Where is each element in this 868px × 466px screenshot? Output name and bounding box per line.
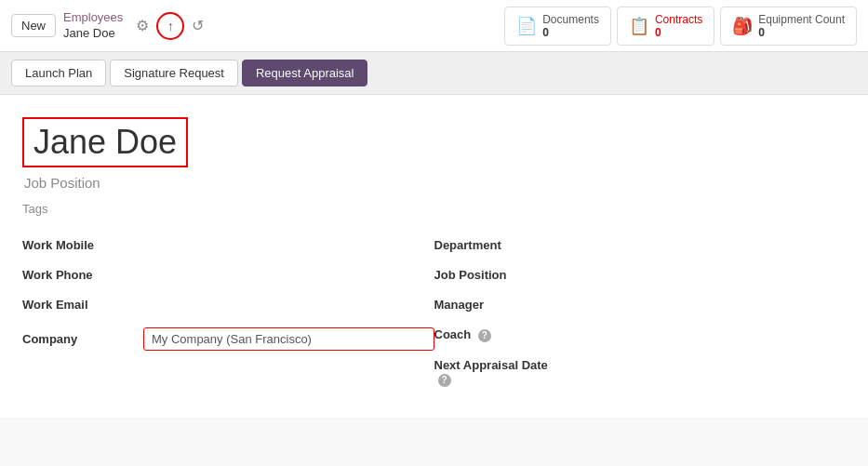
equipment-button[interactable]: 🎒 Equipment Count 0 bbox=[720, 7, 857, 46]
main-content: Jane Doe Job Position Tags Work Mobile W… bbox=[0, 95, 868, 418]
top-bar: New Employees Jane Doe ⚙ ↑ ↺ 📄 Documents… bbox=[0, 0, 868, 52]
breadcrumb-current: Jane Doe bbox=[63, 26, 123, 42]
form-grid: Work Mobile Work Phone Work Email Compan… bbox=[22, 231, 846, 395]
department-label: Department bbox=[434, 238, 555, 252]
tab-signature-request[interactable]: Signature Request bbox=[110, 60, 238, 87]
work-mobile-row: Work Mobile bbox=[22, 231, 434, 260]
breadcrumb-parent-link[interactable]: Employees bbox=[63, 10, 123, 26]
header-icons: ⚙ ↑ ↺ bbox=[134, 12, 206, 40]
company-row: Company My Company (San Francisco) bbox=[22, 320, 434, 359]
work-mobile-label: Work Mobile bbox=[22, 238, 143, 252]
equipment-label: Equipment Count bbox=[758, 13, 845, 26]
contracts-button[interactable]: 📋 Contracts 0 bbox=[617, 7, 714, 46]
documents-label: Documents bbox=[542, 13, 599, 26]
next-appraisal-label: Next Appraisal Date ? bbox=[434, 358, 555, 387]
gear-icon: ⚙ bbox=[136, 18, 149, 33]
tags-placeholder[interactable]: Tags bbox=[22, 202, 846, 216]
contracts-label: Contracts bbox=[655, 13, 702, 26]
refresh-button[interactable]: ↺ bbox=[190, 15, 206, 36]
job-position-label: Job Position bbox=[434, 268, 555, 282]
upload-icon: ↑ bbox=[167, 19, 174, 33]
stat-buttons: 📄 Documents 0 📋 Contracts 0 🎒 Equipment … bbox=[504, 7, 857, 46]
company-value[interactable]: My Company (San Francisco) bbox=[143, 327, 434, 351]
work-email-label: Work Email bbox=[22, 298, 143, 312]
breadcrumb: Employees Jane Doe bbox=[63, 10, 123, 42]
gear-icon-button[interactable]: ⚙ bbox=[134, 15, 151, 36]
equipment-icon: 🎒 bbox=[732, 16, 753, 36]
next-appraisal-help-icon[interactable]: ? bbox=[438, 374, 451, 387]
documents-button[interactable]: 📄 Documents 0 bbox=[504, 7, 611, 46]
refresh-icon: ↺ bbox=[192, 18, 204, 33]
manager-label: Manager bbox=[434, 298, 555, 312]
manager-row: Manager bbox=[434, 290, 847, 320]
coach-help-icon[interactable]: ? bbox=[478, 329, 491, 342]
work-phone-row: Work Phone bbox=[22, 260, 434, 290]
coach-row: Coach ? bbox=[434, 320, 847, 351]
employee-name-box: Jane Doe bbox=[22, 117, 188, 167]
job-position-row: Job Position bbox=[434, 260, 847, 290]
new-button[interactable]: New bbox=[11, 14, 56, 37]
documents-icon: 📄 bbox=[516, 16, 537, 36]
equipment-value: 0 bbox=[758, 26, 765, 39]
tab-request-appraisal[interactable]: Request Appraisal bbox=[242, 60, 368, 87]
tab-launch-plan[interactable]: Launch Plan bbox=[11, 60, 106, 87]
company-label: Company bbox=[22, 332, 143, 346]
job-position-placeholder[interactable]: Job Position bbox=[24, 175, 846, 191]
form-right: Department Job Position Manager Coach ? bbox=[434, 231, 847, 395]
coach-label: Coach ? bbox=[434, 327, 555, 342]
work-phone-label: Work Phone bbox=[22, 268, 143, 282]
form-left: Work Mobile Work Phone Work Email Compan… bbox=[22, 231, 434, 395]
upload-button[interactable]: ↑ bbox=[156, 12, 184, 40]
contracts-icon: 📋 bbox=[629, 16, 649, 36]
department-row: Department bbox=[434, 231, 847, 260]
contracts-value: 0 bbox=[655, 26, 661, 39]
next-appraisal-row: Next Appraisal Date ? bbox=[434, 351, 847, 395]
work-email-row: Work Email bbox=[22, 290, 434, 320]
documents-value: 0 bbox=[542, 26, 549, 39]
action-tabs-bar: Launch Plan Signature Request Request Ap… bbox=[0, 52, 868, 95]
employee-name: Jane Doe bbox=[33, 123, 177, 162]
